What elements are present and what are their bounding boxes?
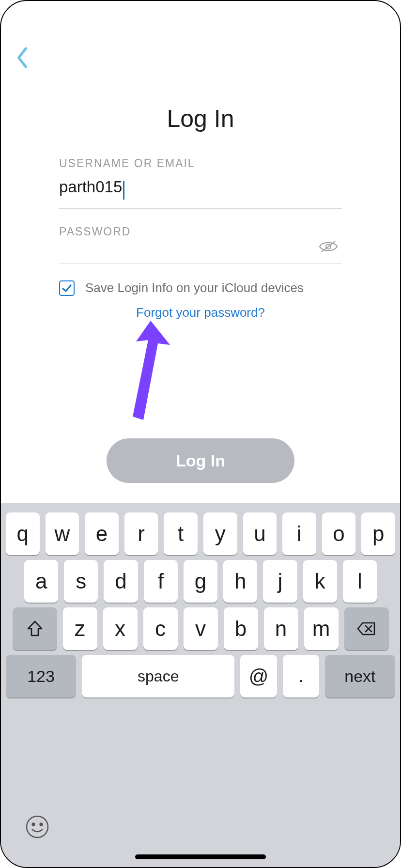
key-u[interactable]: u	[243, 512, 277, 555]
save-login-checkbox[interactable]	[59, 280, 75, 296]
back-button[interactable]	[15, 46, 35, 71]
next-key-label: next	[344, 667, 375, 686]
key-x[interactable]: x	[103, 607, 138, 650]
login-form: USERNAME OR EMAIL parth015 PASSWORD Save…	[59, 157, 342, 296]
key-p[interactable]: p	[361, 512, 395, 555]
page-title: Log In	[1, 105, 400, 133]
password-label: PASSWORD	[59, 225, 342, 238]
key-i[interactable]: i	[282, 512, 316, 555]
emoji-key-icon[interactable]	[25, 815, 49, 841]
svg-point-6	[40, 823, 43, 826]
shift-key[interactable]	[13, 607, 57, 650]
key-y[interactable]: y	[203, 512, 237, 555]
key-j[interactable]: j	[263, 560, 297, 603]
save-login-label: Save Login Info on your iCloud devices	[85, 280, 304, 295]
key-w[interactable]: w	[46, 512, 79, 555]
keyboard: qwertyuiop asdfghjkl zxcvbnm 123 space @…	[1, 503, 400, 867]
text-cursor	[123, 181, 124, 200]
key-g[interactable]: g	[184, 560, 217, 603]
space-key-label: space	[138, 667, 179, 685]
toggle-password-visibility-icon[interactable]	[319, 239, 338, 256]
home-indicator[interactable]	[135, 854, 266, 859]
key-q[interactable]: q	[6, 512, 40, 555]
key-o[interactable]: o	[322, 512, 356, 555]
at-key[interactable]: @	[240, 655, 277, 698]
key-c[interactable]: c	[143, 607, 178, 650]
forgot-password-link[interactable]: Forgot your password?	[1, 305, 400, 320]
username-label: USERNAME OR EMAIL	[59, 157, 342, 170]
dot-key[interactable]: .	[283, 655, 319, 698]
key-h[interactable]: h	[223, 560, 257, 603]
dot-key-label: .	[298, 666, 303, 686]
backspace-key[interactable]	[344, 607, 389, 650]
key-l[interactable]: l	[343, 560, 377, 603]
key-e[interactable]: e	[85, 512, 119, 555]
key-t[interactable]: t	[164, 512, 198, 555]
username-input[interactable]: parth015	[59, 178, 342, 209]
svg-point-4	[27, 816, 48, 837]
numbers-key[interactable]: 123	[6, 655, 76, 698]
login-button-label: Log In	[176, 451, 225, 470]
key-a[interactable]: a	[24, 560, 58, 603]
key-n[interactable]: n	[264, 607, 298, 650]
space-key[interactable]: space	[82, 655, 234, 698]
key-r[interactable]: r	[124, 512, 158, 555]
login-button[interactable]: Log In	[1, 438, 400, 483]
key-s[interactable]: s	[64, 560, 98, 603]
svg-point-5	[32, 823, 35, 826]
key-m[interactable]: m	[304, 607, 339, 650]
key-z[interactable]: z	[63, 607, 97, 650]
key-d[interactable]: d	[104, 560, 138, 603]
at-key-label: @	[249, 666, 269, 687]
key-b[interactable]: b	[224, 607, 258, 650]
save-login-row[interactable]: Save Login Info on your iCloud devices	[59, 280, 342, 296]
next-key[interactable]: next	[325, 655, 395, 698]
key-k[interactable]: k	[303, 560, 337, 603]
username-value: parth015	[59, 178, 122, 196]
key-v[interactable]: v	[184, 607, 218, 650]
key-f[interactable]: f	[144, 560, 178, 603]
password-input[interactable]	[59, 246, 342, 264]
annotation-arrow-icon	[124, 311, 182, 427]
numbers-key-label: 123	[27, 667, 55, 686]
